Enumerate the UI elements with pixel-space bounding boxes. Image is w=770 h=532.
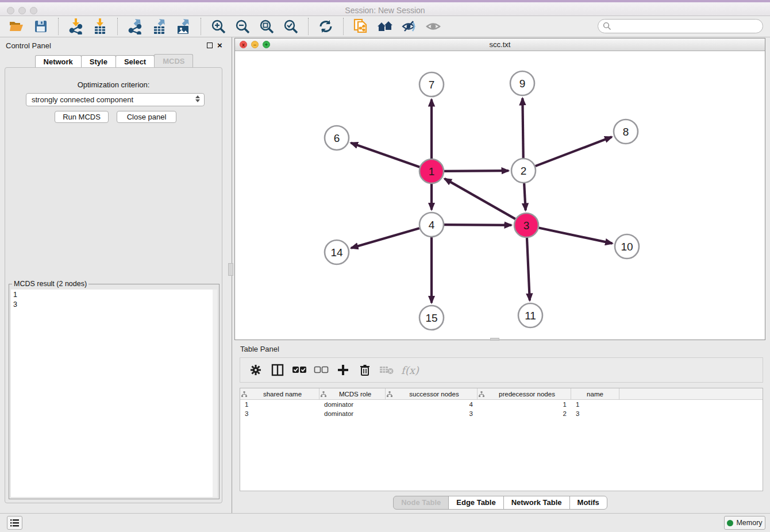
table-cell[interactable]: 1 <box>571 401 619 408</box>
graph-node-7[interactable]: 7 <box>419 72 444 97</box>
zoom-fit-icon[interactable] <box>257 18 276 35</box>
table-cell[interactable]: 1 <box>478 401 571 408</box>
import-network-icon[interactable] <box>67 18 85 35</box>
delete-table-icon[interactable] <box>379 363 394 377</box>
table-cell[interactable]: 1 <box>240 401 319 408</box>
show-task-history-button[interactable] <box>7 516 22 530</box>
graph-node-14[interactable]: 14 <box>325 240 349 264</box>
apply-layout-icon[interactable] <box>317 18 335 35</box>
search-input[interactable] <box>598 19 763 33</box>
svg-text:3: 3 <box>523 219 530 232</box>
graph-edge-4-14[interactable] <box>351 228 419 248</box>
hide-details-icon[interactable] <box>400 18 418 35</box>
export-image-icon[interactable] <box>174 18 192 35</box>
clone-network-icon[interactable] <box>352 18 370 35</box>
zoom-out-icon[interactable] <box>233 18 252 35</box>
graph-node-3[interactable]: 3 <box>514 213 538 237</box>
export-table-icon[interactable] <box>150 18 168 35</box>
graph-node-6[interactable]: 6 <box>325 126 349 150</box>
column-header-predecessor-nodes[interactable]: predecessor nodes <box>478 388 571 399</box>
mcds-result-group: MCDS result (2 nodes) 1 3 <box>9 284 220 499</box>
tab-network[interactable]: Network <box>35 55 82 68</box>
column-header-mcds-role[interactable]: MCDS role <box>319 388 386 399</box>
search-icon <box>603 22 611 30</box>
show-details-icon[interactable] <box>424 18 442 35</box>
svg-text:1: 1 <box>429 165 435 178</box>
graph-node-9[interactable]: 9 <box>510 71 534 95</box>
graph-edge-3-1[interactable] <box>445 179 515 219</box>
vertical-splitter-handle[interactable] <box>228 263 233 276</box>
graph-node-15[interactable]: 15 <box>419 306 444 330</box>
first-neighbors-icon[interactable] <box>376 18 394 35</box>
horizontal-splitter-handle[interactable] <box>490 338 499 341</box>
function-builder-icon[interactable]: f(x) <box>401 364 419 376</box>
graph-edge-1-2[interactable] <box>444 171 509 171</box>
svg-text:15: 15 <box>425 312 437 324</box>
select-stepper-icon <box>195 95 200 102</box>
result-scrollbar[interactable] <box>213 290 217 497</box>
select-all-columns-icon[interactable] <box>292 363 307 377</box>
split-panel-icon[interactable] <box>270 363 285 377</box>
zoom-in-icon[interactable] <box>209 18 228 35</box>
delete-column-icon[interactable] <box>357 363 372 377</box>
graph-node-1[interactable]: 1 <box>419 159 444 183</box>
graph-edge-4-3[interactable] <box>444 225 511 225</box>
network-window-titlebar[interactable]: x – + scc.txt <box>235 38 765 51</box>
column-header-successor-nodes[interactable]: successor nodes <box>386 388 478 399</box>
tab-motifs[interactable]: Motifs <box>569 496 607 510</box>
tab-node-table[interactable]: Node Table <box>393 496 449 510</box>
table-cell[interactable]: dominator <box>319 401 386 408</box>
table-panel-title: Table Panel <box>240 345 279 353</box>
table-row[interactable]: 3dominator323 <box>240 409 763 418</box>
table-cell[interactable]: dominator <box>319 410 386 417</box>
graph-node-4[interactable]: 4 <box>419 213 444 237</box>
table-settings-icon[interactable] <box>248 363 263 377</box>
graph-node-10[interactable]: 10 <box>615 234 639 259</box>
attribute-icon <box>241 391 247 397</box>
tab-edge-table[interactable]: Edge Table <box>448 496 503 510</box>
close-panel-button[interactable]: Close panel <box>117 111 176 123</box>
close-panel-icon[interactable]: × <box>217 41 222 49</box>
table-cell[interactable]: 4 <box>386 401 478 408</box>
export-network-icon[interactable] <box>126 18 144 35</box>
memory-button[interactable]: Memory <box>724 516 765 530</box>
table-body: 1dominator4113dominator323 <box>240 400 763 418</box>
svg-text:7: 7 <box>429 79 435 91</box>
network-canvas[interactable]: 7968124314101511 <box>235 51 765 340</box>
tab-style[interactable]: Style <box>81 55 116 68</box>
graph-node-2[interactable]: 2 <box>511 159 536 183</box>
graph-edge-2-9[interactable] <box>522 98 523 158</box>
open-file-icon[interactable] <box>7 18 26 35</box>
add-column-icon[interactable] <box>336 363 351 377</box>
graph-edge-3-10[interactable] <box>539 228 613 244</box>
graph-edge-2-3[interactable] <box>524 183 525 210</box>
mcds-result-textarea[interactable]: 1 3 <box>11 290 217 497</box>
graph-edge-3-11[interactable] <box>527 238 530 300</box>
save-session-icon[interactable] <box>32 18 50 35</box>
graph-node-11[interactable]: 11 <box>518 303 542 327</box>
tab-select[interactable]: Select <box>116 55 155 68</box>
zoom-selected-icon[interactable] <box>282 18 300 35</box>
graph-edge-1-6[interactable] <box>351 143 420 167</box>
column-header-name[interactable]: name <box>571 388 619 399</box>
tab-mcds[interactable]: MCDS <box>154 54 193 68</box>
table-cell[interactable]: 3 <box>571 410 619 417</box>
network-window: x – + scc.txt 7968124314101511 <box>234 38 765 340</box>
column-header-shared-name[interactable]: shared name <box>240 388 319 399</box>
criterion-select[interactable]: strongly connected component <box>26 93 205 106</box>
table-cell[interactable]: 3 <box>386 410 478 417</box>
unselect-all-columns-icon[interactable] <box>314 363 329 377</box>
table-cell[interactable]: 3 <box>240 410 319 417</box>
control-panel-tabs: NetworkStyleSelectMCDS <box>0 55 228 68</box>
table-cell[interactable]: 2 <box>478 410 571 417</box>
import-table-icon[interactable] <box>91 18 109 35</box>
svg-text:4: 4 <box>429 219 435 231</box>
run-mcds-button[interactable]: Run MCDS <box>55 111 109 123</box>
mcds-panel: Optimization criterion: strongly connect… <box>5 67 222 503</box>
graph-node-8[interactable]: 8 <box>614 119 638 144</box>
graph-edge-2-8[interactable] <box>536 137 612 166</box>
table-row[interactable]: 1dominator411 <box>240 400 763 409</box>
float-panel-icon[interactable] <box>207 43 213 48</box>
tab-network-table[interactable]: Network Table <box>503 496 570 510</box>
column-label: shared name <box>247 391 318 398</box>
